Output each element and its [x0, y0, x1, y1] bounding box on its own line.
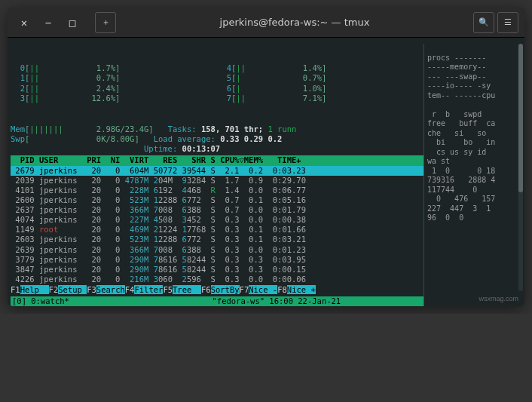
process-row[interactable]: 2639 jperkins 20 0 366M 7008 6388 S 0.3 … [11, 245, 423, 255]
menu-button[interactable]: ☰ [497, 12, 518, 33]
htop-pane[interactable]: 0[|| 1.7%] 1[|| 0.7%] 2[|| 2.4%] 3[|| 12… [11, 44, 423, 306]
process-row[interactable]: 1149 root 20 0 469M 21224 17768 S 0.3 0.… [11, 225, 423, 235]
process-row[interactable]: 3779 jperkins 20 0 290M 78616 58244 S 0.… [11, 255, 423, 265]
process-row[interactable]: 2679 jperkins 20 0 604M 50772 39544 S 2.… [11, 166, 423, 176]
new-tab-button[interactable]: ＋ [95, 12, 116, 33]
process-row[interactable]: 4074 jperkins 20 0 227M 4508 3452 S 0.3 … [11, 215, 423, 225]
fn-f2[interactable]: Setup [58, 285, 87, 294]
function-keys[interactable]: F1Help F2Setup F3SearchF4FilterF5Tree F6… [11, 285, 423, 295]
tmux-status[interactable]: [0] 0:watch* "fedora-ws" 16:00 22-Jan-21 [11, 296, 423, 306]
fn-f3[interactable]: Search [96, 285, 125, 294]
memory-meter: Mem[||||||| 2.98G/23.4G] Tasks: 158, 701… [11, 124, 423, 154]
fn-f7[interactable]: Nice - [249, 285, 277, 294]
scroll-thumb[interactable] [518, 44, 523, 192]
process-row[interactable]: 3847 jperkins 20 0 290M 78616 58244 S 0.… [11, 265, 423, 275]
fn-f8[interactable]: Nice + [287, 285, 316, 294]
scrollbar[interactable] [518, 44, 523, 291]
menu-icon: ☰ [504, 17, 512, 27]
close-button[interactable]: ✕ [14, 12, 35, 33]
watermark: wsxmag.com [478, 295, 518, 303]
window-title: jperkins@fedora-ws:~ — tmux [116, 17, 473, 28]
terminal-window: ✕ − □ ＋ jperkins@fedora-ws:~ — tmux 🔍 ☰ … [8, 8, 524, 306]
minimize-button[interactable]: − [38, 12, 59, 33]
search-icon: 🔍 [478, 17, 489, 27]
search-button[interactable]: 🔍 [473, 12, 494, 33]
fn-f6[interactable]: SortBy [211, 285, 240, 294]
terminal-body[interactable]: 0[|| 1.7%] 1[|| 0.7%] 2[|| 2.4%] 3[|| 12… [8, 38, 524, 306]
process-row[interactable]: 4101 jperkins 20 0 228M 6192 4468 R 1.4 … [11, 186, 423, 195]
process-row[interactable]: 2637 jperkins 20 0 366M 7008 6388 S 0.7 … [11, 205, 423, 215]
process-row[interactable]: 2603 jperkins 20 0 523M 12288 6772 S 0.3… [11, 235, 423, 244]
cpu-meters: 0[|| 1.7%] 1[|| 0.7%] 2[|| 2.4%] 3[|| 12… [11, 44, 423, 123]
titlebar: ✕ − □ ＋ jperkins@fedora-ws:~ — tmux 🔍 ☰ [8, 8, 524, 38]
process-header[interactable]: PID USER PRI NI VIRT RES SHR S CPU%▽MEM%… [11, 155, 423, 165]
process-row[interactable]: 2039 jperkins 20 0 4787M 204M 93284 S 1.… [11, 176, 423, 186]
process-row[interactable]: 4226 jperkins 20 0 216M 3060 2596 S 0.3 … [11, 275, 423, 284]
fn-f4[interactable]: Filter [134, 285, 163, 294]
vmstat-pane[interactable]: procs ------- -----memory-- --- ---swap-… [423, 44, 521, 306]
process-row[interactable]: 2600 jperkins 20 0 523M 12288 6772 S 0.7… [11, 195, 423, 205]
process-list[interactable]: 2679 jperkins 20 0 604M 50772 39544 S 2.… [11, 166, 423, 285]
maximize-button[interactable]: □ [62, 12, 83, 33]
fn-f5[interactable]: Tree [173, 285, 201, 294]
fn-f1[interactable]: Help [20, 285, 49, 294]
